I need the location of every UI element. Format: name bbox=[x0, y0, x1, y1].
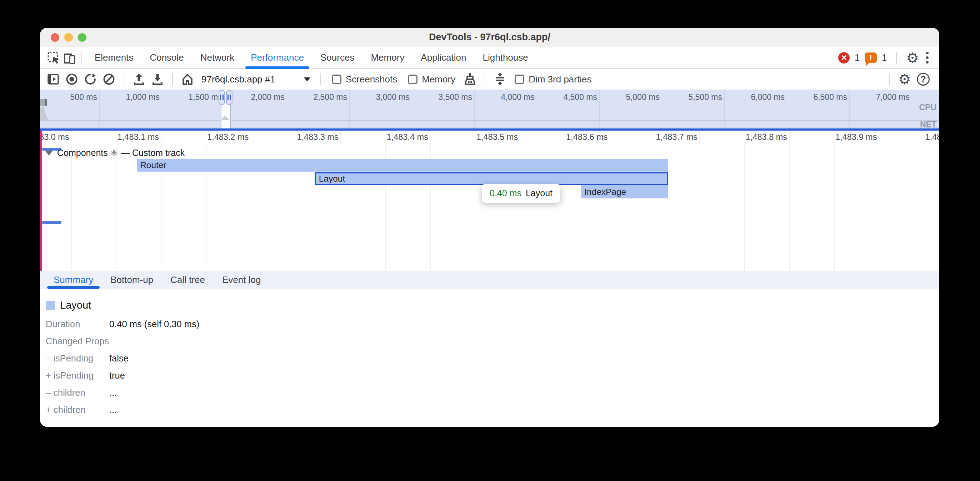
custom-track-label: Components ⚛ — Custom track bbox=[57, 148, 185, 158]
tab-lighthouse[interactable]: Lighthouse bbox=[475, 47, 536, 68]
timeline-overview[interactable]: 500 ms1,000 ms1,500 ms2,000 ms2,500 ms3,… bbox=[40, 90, 939, 129]
record-icon[interactable] bbox=[64, 71, 80, 87]
tab-label: Elements bbox=[95, 52, 133, 63]
active-tab-underline bbox=[47, 286, 100, 289]
issues-badge-icon[interactable]: ! bbox=[865, 52, 877, 63]
ruler-tick-label: 1,483.3 ms bbox=[249, 132, 339, 142]
inspect-element-icon[interactable] bbox=[46, 50, 61, 66]
divider bbox=[485, 73, 485, 85]
overview-tick-label: 4,500 ms bbox=[540, 92, 597, 102]
track-edge-marker bbox=[40, 130, 42, 143]
performance-toolbar: 97r6ql.csb.app #1 Screenshots Memory bbox=[40, 69, 939, 90]
flame-bar-router[interactable]: Router bbox=[137, 159, 668, 171]
selection-left-handle[interactable] bbox=[219, 90, 225, 105]
ruler-tick-label: 1,483.6 ms bbox=[519, 132, 608, 142]
summary-row-value: false bbox=[109, 353, 129, 364]
divider bbox=[124, 73, 124, 85]
custom-track-header[interactable]: Components ⚛ — Custom track bbox=[45, 148, 185, 158]
summary-row-label: – children bbox=[46, 387, 99, 398]
flame-chart[interactable]: Components ⚛ — Custom track RouterLayout… bbox=[40, 143, 939, 271]
tab-elements[interactable]: Elements bbox=[86, 47, 142, 68]
ruler-tick-label: 1,483.0 ms bbox=[40, 132, 69, 142]
tab-memory[interactable]: Memory bbox=[363, 47, 412, 68]
overview-tick-label: 6,500 ms bbox=[790, 92, 847, 102]
upload-profile-icon[interactable] bbox=[131, 71, 147, 87]
summary-event-title: Layout bbox=[60, 299, 91, 311]
record-and-reload-icon[interactable] bbox=[82, 71, 99, 87]
ruler-tick-label: 1,483.8 ms bbox=[698, 132, 787, 142]
active-tab-underline bbox=[245, 67, 309, 69]
ruler-tick-label: 1,483.9 ms bbox=[788, 132, 877, 142]
collapse-tracks-icon[interactable] bbox=[492, 71, 508, 87]
track-separator-line bbox=[40, 226, 939, 226]
dim-3rd-parties-label: Dim 3rd parties bbox=[528, 74, 592, 85]
help-icon[interactable]: ? bbox=[915, 71, 931, 87]
overview-tick-label: 500 ms bbox=[40, 92, 97, 102]
ruler-tick-label: 1,483.4 ms bbox=[339, 132, 428, 142]
tab-summary[interactable]: Summary bbox=[45, 271, 102, 289]
summary-row-value: 0.40 ms (self 0.30 ms) bbox=[109, 319, 199, 329]
more-options-icon[interactable] bbox=[924, 49, 931, 66]
tab-label: Call tree bbox=[170, 275, 205, 286]
tab-console[interactable]: Console bbox=[142, 47, 192, 68]
error-badge-icon[interactable]: ✕ bbox=[838, 52, 850, 63]
title-bar: DevTools - 97r6ql.csb.app/ bbox=[40, 28, 939, 47]
summary-row: – isPendingfalse bbox=[46, 353, 939, 364]
divider bbox=[320, 73, 321, 85]
overview-baseline bbox=[40, 120, 939, 121]
summary-row-value: true bbox=[109, 370, 125, 381]
clear-icon[interactable] bbox=[101, 71, 117, 87]
overview-tick-label: 2,500 ms bbox=[290, 92, 347, 102]
tab-performance[interactable]: Performance bbox=[242, 47, 312, 68]
tab-bar-right: ✕ 1 ! 1 ⚙ bbox=[838, 49, 931, 66]
tab-call-tree[interactable]: Call tree bbox=[162, 271, 213, 289]
ruler-tick-label: 1,483.2 ms bbox=[159, 132, 248, 142]
screenshots-checkbox[interactable]: Screenshots bbox=[332, 74, 398, 85]
overview-tick-label: 6,000 ms bbox=[727, 92, 784, 102]
devtools-window: DevTools - 97r6ql.csb.app/ ElementsConso… bbox=[40, 28, 939, 427]
capture-settings-gear-icon[interactable]: ⚙ bbox=[896, 71, 913, 87]
memory-checkbox[interactable]: Memory bbox=[408, 74, 455, 85]
error-count[interactable]: 1 bbox=[854, 52, 860, 63]
minimize-window-button[interactable] bbox=[64, 33, 73, 42]
selection-right-handle[interactable] bbox=[226, 90, 232, 105]
tab-application[interactable]: Application bbox=[412, 47, 474, 68]
device-toolbar-icon[interactable] bbox=[61, 50, 77, 66]
screenshots-label: Screenshots bbox=[346, 74, 398, 85]
overview-tick-label: 5,500 ms bbox=[665, 92, 722, 102]
tooltip-duration: 0.40 ms bbox=[490, 188, 522, 198]
tab-label: Lighthouse bbox=[483, 52, 528, 63]
zoom-window-button[interactable] bbox=[78, 33, 86, 42]
summary-row-label: + isPending bbox=[46, 370, 99, 381]
chevron-down-icon bbox=[304, 78, 310, 81]
tooltip-label: Layout bbox=[526, 188, 552, 198]
tab-sources[interactable]: Sources bbox=[312, 47, 363, 68]
overview-tick-label: 7,000 ms bbox=[853, 92, 910, 102]
target-selector[interactable]: 97r6ql.csb.app #1 bbox=[201, 74, 310, 85]
flame-tooltip: 0.40 ms Layout bbox=[482, 184, 560, 203]
settings-gear-icon[interactable]: ⚙ bbox=[906, 51, 919, 65]
checkbox-icon bbox=[332, 75, 341, 84]
track-edge-marker bbox=[40, 143, 42, 271]
collect-garbage-icon[interactable] bbox=[462, 71, 478, 87]
summary-row-label: Changed Props bbox=[46, 336, 109, 346]
tab-bottom-up[interactable]: Bottom-up bbox=[102, 271, 162, 289]
flame-bar-layout[interactable]: Layout bbox=[315, 172, 668, 185]
dim-3rd-parties-checkbox[interactable]: Dim 3rd parties bbox=[515, 74, 592, 85]
tab-label: Sources bbox=[320, 52, 354, 63]
toggle-sidebar-icon[interactable] bbox=[45, 71, 61, 87]
tab-network[interactable]: Network bbox=[192, 47, 242, 68]
home-icon[interactable] bbox=[179, 71, 196, 87]
target-selector-value: 97r6ql.csb.app #1 bbox=[201, 74, 275, 85]
chevron-expanded-icon[interactable] bbox=[45, 151, 53, 156]
flame-bar-label: IndexPage bbox=[584, 187, 626, 197]
tab-event-log[interactable]: Event log bbox=[213, 271, 269, 289]
detail-time-ruler[interactable]: 1,483.0 ms1,483.1 ms1,483.2 ms1,483.3 ms… bbox=[40, 130, 939, 143]
overview-tick-label: 5,000 ms bbox=[603, 92, 660, 102]
close-window-button[interactable] bbox=[51, 33, 59, 42]
tab-label: Application bbox=[421, 52, 466, 63]
issues-count[interactable]: 1 bbox=[882, 52, 887, 63]
flame-bar-indexpage[interactable]: IndexPage bbox=[581, 185, 668, 198]
download-profile-icon[interactable] bbox=[149, 71, 166, 87]
devtools-tab-bar: ElementsConsoleNetworkPerformanceSources… bbox=[40, 47, 939, 69]
